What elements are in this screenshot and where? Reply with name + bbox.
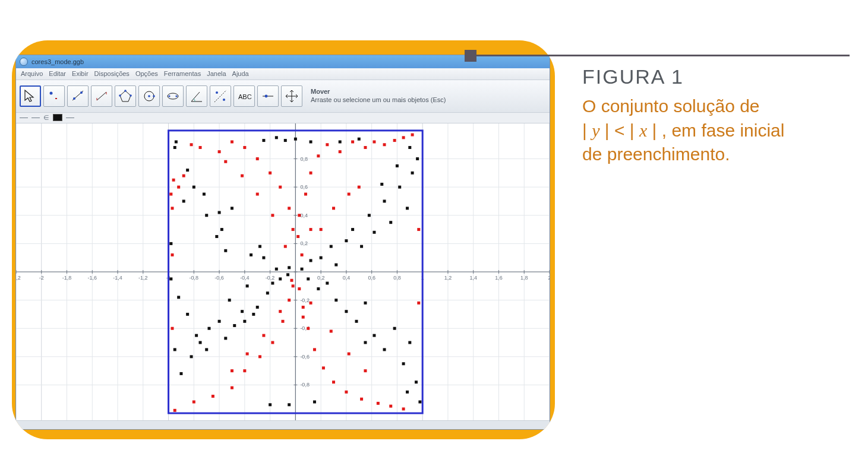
svg-text:-0,8: -0,8: [190, 275, 199, 281]
tool-conic[interactable]: [162, 85, 184, 107]
svg-rect-256: [402, 408, 405, 411]
caption-expr-mid2: | ,: [647, 120, 671, 140]
svg-rect-203: [288, 404, 291, 407]
caption-expr-y: y: [592, 120, 599, 140]
menu-item[interactable]: Janela: [207, 70, 226, 77]
figure-caption: FIGURA 1 O conjunto solução de | y | < |…: [582, 65, 838, 167]
style-menu-icon: ∈: [43, 114, 49, 122]
graph-canvas[interactable]: -2,2-2-1,8-1,6-1,4-1,2-1-0,8-0,6-0,4-0,2…: [16, 123, 550, 420]
svg-rect-280: [417, 302, 420, 305]
svg-point-17: [175, 95, 177, 97]
menu-item[interactable]: Editar: [49, 70, 66, 77]
tool-circle[interactable]: [138, 85, 160, 107]
menu-item[interactable]: Ajuda: [232, 70, 249, 77]
svg-point-16: [168, 95, 170, 97]
svg-rect-133: [205, 214, 208, 217]
svg-rect-196: [275, 137, 278, 139]
svg-rect-131: [173, 146, 176, 149]
svg-point-19: [223, 99, 225, 101]
caption-body: O conjunto solução de | y | < | x | , em…: [582, 94, 838, 167]
svg-rect-188: [408, 341, 411, 344]
window-title-text: cores3_mode.ggb: [31, 58, 84, 65]
tool-move-view[interactable]: [281, 85, 302, 107]
svg-rect-132: [182, 200, 185, 203]
svg-rect-199: [284, 139, 287, 142]
svg-rect-265: [271, 214, 274, 217]
graphics-view[interactable]: -2,2-2-1,8-1,6-1,4-1,2-1-0,8-0,6-0,4-0,2…: [16, 123, 550, 420]
svg-rect-163: [345, 239, 348, 242]
menu-item[interactable]: Exibir: [72, 70, 89, 77]
tool-label: Mover Arraste ou selecione um ou mais ob…: [311, 88, 446, 104]
svg-text:0,4: 0,4: [343, 275, 351, 281]
svg-text:-1,6: -1,6: [88, 275, 97, 281]
svg-rect-123: [203, 193, 206, 196]
svg-rect-206: [169, 193, 172, 196]
svg-line-5: [97, 92, 106, 100]
svg-rect-127: [258, 245, 261, 248]
tool-point[interactable]: [43, 85, 65, 107]
svg-text:2: 2: [548, 275, 550, 281]
svg-rect-204: [313, 401, 316, 404]
svg-rect-217: [269, 172, 272, 175]
svg-rect-161: [330, 245, 333, 248]
tool-reflection[interactable]: [210, 85, 231, 107]
svg-rect-177: [307, 278, 310, 281]
tool-slider[interactable]: [257, 85, 279, 107]
svg-rect-255: [389, 405, 392, 408]
svg-text:-1,8: -1,8: [62, 275, 72, 281]
svg-rect-258: [290, 279, 293, 282]
svg-rect-261: [332, 207, 335, 210]
svg-rect-224: [317, 155, 320, 158]
toolbar: ABC Mover Arraste ou selecione um ou mai…: [16, 80, 550, 112]
menu-item[interactable]: Opções: [135, 70, 158, 77]
svg-rect-154: [224, 337, 227, 340]
tool-angle[interactable]: [186, 85, 207, 107]
svg-rect-137: [177, 296, 180, 299]
svg-rect-185: [383, 348, 386, 351]
svg-rect-273: [330, 330, 333, 333]
svg-rect-225: [326, 143, 329, 146]
tool-polygon[interactable]: [115, 85, 136, 107]
svg-rect-128: [262, 256, 265, 259]
svg-text:-0,4: -0,4: [240, 275, 250, 281]
menu-bar[interactable]: ArquivoEditarExibirDisposiçõesOpçõesFerr…: [16, 68, 550, 81]
svg-rect-259: [302, 316, 305, 319]
svg-rect-209: [177, 186, 180, 189]
svg-rect-140: [205, 348, 208, 351]
menu-item[interactable]: Disposições: [94, 70, 130, 77]
style-bar[interactable]: ∈: [16, 113, 550, 124]
svg-rect-269: [279, 310, 282, 313]
svg-rect-226: [339, 150, 342, 153]
tool-move[interactable]: [20, 85, 41, 107]
svg-rect-148: [279, 278, 282, 281]
svg-rect-190: [406, 391, 409, 394]
svg-rect-169: [389, 221, 392, 224]
tool-segment[interactable]: [91, 85, 112, 107]
svg-rect-221: [298, 214, 301, 217]
tool-line[interactable]: [67, 85, 89, 107]
svg-rect-243: [282, 320, 285, 323]
svg-rect-212: [199, 146, 202, 149]
svg-rect-129: [275, 268, 278, 271]
svg-rect-187: [402, 363, 405, 366]
svg-rect-179: [326, 282, 329, 285]
svg-rect-253: [360, 398, 363, 401]
svg-rect-233: [411, 134, 414, 137]
svg-text:0,2: 0,2: [300, 241, 308, 247]
svg-rect-242: [271, 341, 274, 344]
tool-text[interactable]: ABC: [233, 85, 255, 107]
figure-frame: cores3_mode.ggb ArquivoEditarExibirDispo…: [12, 40, 555, 439]
svg-point-13: [148, 95, 150, 97]
status-bar: [16, 420, 550, 429]
svg-text:-0,8: -0,8: [300, 382, 310, 388]
menu-item[interactable]: Ferramentas: [164, 70, 201, 77]
svg-text:1,4: 1,4: [469, 275, 477, 281]
menu-item[interactable]: Arquivo: [21, 70, 43, 77]
svg-rect-126: [250, 253, 252, 256]
caption-title: FIGURA 1: [582, 65, 838, 88]
svg-rect-191: [418, 401, 421, 404]
svg-rect-125: [220, 228, 223, 231]
connector-end-square: [465, 50, 476, 62]
svg-rect-207: [171, 207, 173, 210]
svg-point-9: [124, 90, 127, 92]
